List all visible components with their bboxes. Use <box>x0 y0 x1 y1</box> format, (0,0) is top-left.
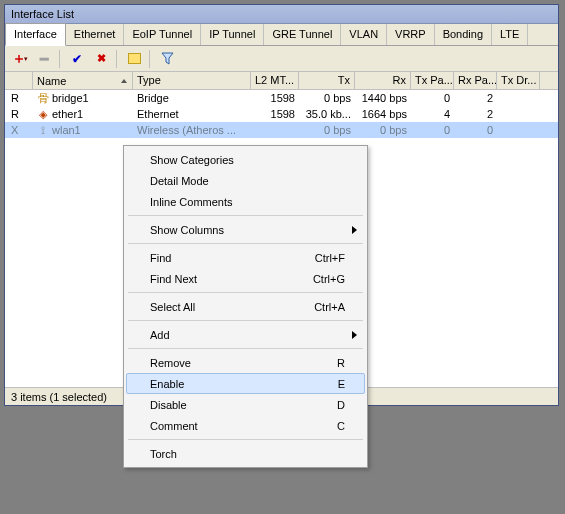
toolbar: ＋▾ ━ ✔ ✖ <box>5 46 558 72</box>
row-flag: X <box>5 123 33 137</box>
row-rx: 1440 bps <box>355 91 411 105</box>
row-txp: 0 <box>411 91 454 105</box>
row-txp: 0 <box>411 123 454 137</box>
row-tx: 0 bps <box>299 91 355 105</box>
menu-label: Find Next <box>150 273 313 285</box>
minus-icon: ━ <box>40 51 48 67</box>
x-icon: ✖ <box>97 52 106 65</box>
tab-interface[interactable]: Interface <box>5 23 66 46</box>
row-tx: 0 bps <box>299 123 355 137</box>
row-l2: 1598 <box>251 91 299 105</box>
note-icon <box>128 53 141 64</box>
column-l2mtu[interactable]: L2 MT... <box>251 72 299 89</box>
menu-label: Show Columns <box>150 224 345 236</box>
menu-label: Inline Comments <box>150 196 345 208</box>
tab-lte[interactable]: LTE <box>492 24 528 45</box>
window-title[interactable]: Interface List <box>5 5 558 24</box>
table-row[interactable]: R⾻bridge1Bridge15980 bps1440 bps02 <box>5 90 558 106</box>
row-type: Wireless (Atheros ... <box>133 123 251 137</box>
row-flag: R <box>5 107 33 121</box>
menu-item-disable[interactable]: DisableD <box>126 394 365 415</box>
row-rx: 1664 bps <box>355 107 411 121</box>
row-rxp: 2 <box>454 91 497 105</box>
row-txp: 4 <box>411 107 454 121</box>
menu-separator <box>128 292 363 293</box>
menu-label: Disable <box>150 399 337 411</box>
row-name: ⾻bridge1 <box>33 90 133 107</box>
menu-shortcut: Ctrl+F <box>315 252 345 264</box>
column-name[interactable]: Name <box>33 72 133 89</box>
menu-item-detail-mode[interactable]: Detail Mode <box>126 170 365 191</box>
menu-shortcut: Ctrl+A <box>314 301 345 313</box>
menu-item-enable[interactable]: EnableE <box>126 373 365 394</box>
row-type: Ethernet <box>133 107 251 121</box>
context-menu: Show CategoriesDetail ModeInline Comment… <box>123 145 368 468</box>
table-row[interactable]: X⟟wlan1Wireless (Atheros ...0 bps0 bps00 <box>5 122 558 138</box>
row-tx: 35.0 kb... <box>299 107 355 121</box>
bridge-icon: ⾻ <box>37 91 49 106</box>
menu-separator <box>128 348 363 349</box>
ether-icon: ◈ <box>37 108 49 121</box>
disable-button[interactable]: ✖ <box>90 49 112 69</box>
menu-item-inline-comments[interactable]: Inline Comments <box>126 191 365 212</box>
column-rxpackets[interactable]: Rx Pa... <box>454 72 497 89</box>
tab-ethernet[interactable]: Ethernet <box>66 24 125 45</box>
menu-label: Find <box>150 252 315 264</box>
tab-vrrp[interactable]: VRRP <box>387 24 435 45</box>
menu-shortcut: D <box>337 399 345 411</box>
menu-item-show-columns[interactable]: Show Columns <box>126 219 365 240</box>
menu-label: Enable <box>150 378 338 390</box>
menu-separator <box>128 439 363 440</box>
row-l2: 1598 <box>251 107 299 121</box>
row-name: ⟟wlan1 <box>33 123 133 138</box>
menu-shortcut: Ctrl+G <box>313 273 345 285</box>
menu-separator <box>128 215 363 216</box>
remove-button[interactable]: ━ <box>33 49 55 69</box>
tab-ip-tunnel[interactable]: IP Tunnel <box>201 24 264 45</box>
tab-gre-tunnel[interactable]: GRE Tunnel <box>264 24 341 45</box>
add-button[interactable]: ＋▾ <box>9 49 31 69</box>
table-body: R⾻bridge1Bridge15980 bps1440 bps02R◈ethe… <box>5 90 558 138</box>
menu-separator <box>128 243 363 244</box>
row-flag: R <box>5 91 33 105</box>
check-icon: ✔ <box>72 52 82 66</box>
menu-item-find[interactable]: FindCtrl+F <box>126 247 365 268</box>
menu-item-show-categories[interactable]: Show Categories <box>126 149 365 170</box>
menu-label: Comment <box>150 420 337 432</box>
interface-table: Name Type L2 MT... Tx Rx Tx Pa... Rx Pa.… <box>5 72 558 138</box>
separator <box>59 50 60 68</box>
menu-item-select-all[interactable]: Select AllCtrl+A <box>126 296 365 317</box>
tab-eoip-tunnel[interactable]: EoIP Tunnel <box>124 24 201 45</box>
row-name: ◈ether1 <box>33 107 133 122</box>
dropdown-icon: ▾ <box>24 55 28 63</box>
table-header: Name Type L2 MT... Tx Rx Tx Pa... Rx Pa.… <box>5 72 558 90</box>
wlan-icon: ⟟ <box>37 124 49 137</box>
tab-vlan[interactable]: VLAN <box>341 24 387 45</box>
filter-button[interactable] <box>156 49 178 69</box>
tab-bonding[interactable]: Bonding <box>435 24 492 45</box>
column-rx[interactable]: Rx <box>355 72 411 89</box>
menu-item-torch[interactable]: Torch <box>126 443 365 464</box>
menu-label: Select All <box>150 301 314 313</box>
comment-button[interactable] <box>123 49 145 69</box>
menu-label: Show Categories <box>150 154 345 166</box>
enable-button[interactable]: ✔ <box>66 49 88 69</box>
menu-label: Torch <box>150 448 345 460</box>
menu-item-remove[interactable]: RemoveR <box>126 352 365 373</box>
menu-separator <box>128 320 363 321</box>
table-row[interactable]: R◈ether1Ethernet159835.0 kb...1664 bps42 <box>5 106 558 122</box>
tab-bar: InterfaceEthernetEoIP TunnelIP TunnelGRE… <box>5 24 558 46</box>
column-type[interactable]: Type <box>133 72 251 89</box>
column-tx[interactable]: Tx <box>299 72 355 89</box>
column-flag[interactable] <box>5 72 33 89</box>
column-txpackets[interactable]: Tx Pa... <box>411 72 454 89</box>
menu-item-add[interactable]: Add <box>126 324 365 345</box>
column-txdrops[interactable]: Tx Dr... <box>497 72 540 89</box>
separator <box>116 50 117 68</box>
row-rx: 0 bps <box>355 123 411 137</box>
row-l2 <box>251 129 299 131</box>
separator <box>149 50 150 68</box>
row-type: Bridge <box>133 91 251 105</box>
menu-item-find-next[interactable]: Find NextCtrl+G <box>126 268 365 289</box>
menu-item-comment[interactable]: CommentC <box>126 415 365 436</box>
